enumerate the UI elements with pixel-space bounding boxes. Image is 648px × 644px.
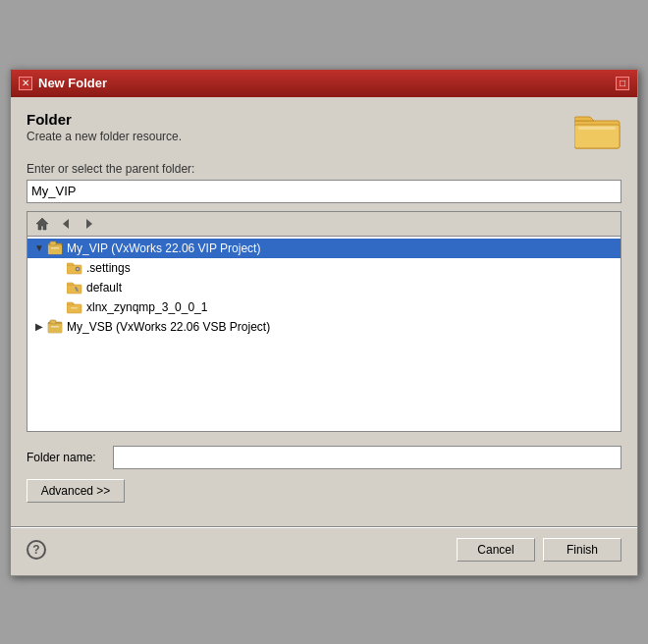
toggle-xlnx <box>51 299 67 315</box>
dialog-body: Folder Create a new folder resource. Ent… <box>11 97 637 516</box>
tree-item-settings[interactable]: .settings <box>27 258 621 278</box>
folder-tree[interactable]: ▼ My_VIP (VxWorks 22.06 VIP Project) <box>27 236 621 432</box>
maximize-button[interactable]: □ <box>616 77 629 90</box>
new-folder-dialog: ✕ New Folder □ Folder Create a new folde… <box>10 69 638 576</box>
finish-button[interactable]: Finish <box>543 538 621 562</box>
folder-icon-settings <box>67 260 82 276</box>
tree-item-my-vip[interactable]: ▼ My_VIP (VxWorks 22.06 VIP Project) <box>27 239 621 258</box>
section-header: Folder Create a new folder resource. <box>27 111 621 150</box>
cancel-button[interactable]: Cancel <box>457 538 535 562</box>
dialog-title: New Folder <box>38 76 107 90</box>
svg-rect-10 <box>50 242 56 245</box>
svg-rect-9 <box>48 245 62 254</box>
title-bar-left: ✕ New Folder <box>19 76 107 90</box>
tree-item-xlnx[interactable]: xlnx_zynqmp_3_0_0_1 <box>27 297 621 317</box>
toggle-my-vip: ▼ <box>31 241 47 256</box>
svg-marker-7 <box>86 219 92 229</box>
parent-folder-input[interactable] <box>27 180 621 203</box>
toggle-my-vsb: ▶ <box>31 319 47 335</box>
tree-toolbar <box>27 211 621 236</box>
parent-folder-label: Enter or select the parent folder: <box>27 162 621 176</box>
home-button[interactable] <box>31 214 53 234</box>
svg-rect-4 <box>578 127 616 130</box>
dialog-footer: ? Cancel Finish <box>11 528 637 575</box>
svg-rect-15 <box>67 285 81 294</box>
folder-large-icon <box>574 111 621 150</box>
folder-name-label: Folder name: <box>27 451 105 464</box>
svg-marker-6 <box>63 219 69 229</box>
section-desc: Create a new folder resource. <box>27 130 182 143</box>
tree-item-default[interactable]: default <box>27 278 621 297</box>
close-button[interactable]: ✕ <box>19 77 32 90</box>
title-bar: ✕ New Folder □ <box>11 70 637 97</box>
svg-rect-11 <box>51 247 59 249</box>
svg-rect-18 <box>71 307 78 309</box>
back-button[interactable] <box>55 214 77 234</box>
svg-rect-20 <box>48 324 62 333</box>
project-icon-my-vip <box>47 241 63 256</box>
folder-name-row: Folder name: <box>27 446 621 469</box>
tree-label-default: default <box>86 281 122 295</box>
svg-rect-22 <box>51 326 59 328</box>
folder-icon-default <box>67 280 82 295</box>
section-title: Folder <box>27 111 182 128</box>
folder-name-input[interactable] <box>113 446 621 469</box>
tree-label-settings: .settings <box>86 261 131 275</box>
section-info: Folder Create a new folder resource. <box>27 111 182 143</box>
toggle-settings <box>51 260 67 276</box>
toggle-default <box>51 280 67 295</box>
tree-label-my-vip: My_VIP (VxWorks 22.06 VIP Project) <box>67 242 260 255</box>
folder-icon-xlnx <box>67 299 82 315</box>
advanced-button[interactable]: Advanced >> <box>27 479 125 503</box>
help-button[interactable]: ? <box>27 540 46 560</box>
svg-marker-5 <box>36 218 48 230</box>
tree-label-my-vsb: My_VSB (VxWorks 22.06 VSB Project) <box>67 320 270 334</box>
footer-buttons: Cancel Finish <box>457 538 621 562</box>
svg-point-14 <box>77 268 79 270</box>
forward-button[interactable] <box>79 214 100 234</box>
project-icon-my-vsb <box>47 319 63 335</box>
tree-item-my-vsb[interactable]: ▶ My_VSB (VxWorks 22.06 VSB Project) <box>27 317 621 337</box>
tree-label-xlnx: xlnx_zynqmp_3_0_0_1 <box>86 300 207 314</box>
svg-rect-21 <box>50 320 56 324</box>
